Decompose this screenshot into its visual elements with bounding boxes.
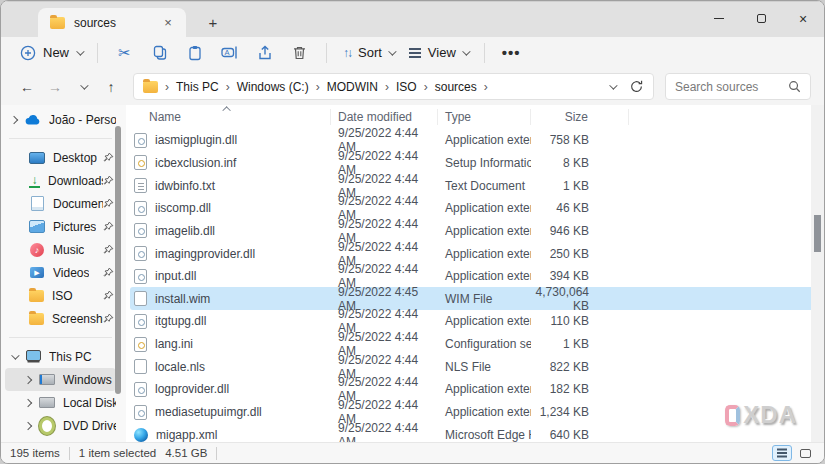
sidebar-scrollbar-thumb[interactable]	[115, 126, 121, 394]
file-row[interactable]: iiscomp.dll 9/25/2022 4:44 AM Applicatio…	[130, 197, 820, 220]
file-row[interactable]: itgtupg.dll 9/25/2022 4:44 AM Applicatio…	[130, 310, 820, 333]
sidebar-item-drive[interactable]: Local Disk (D:)	[5, 391, 116, 414]
paste-button[interactable]	[177, 41, 212, 65]
plus-circle-icon	[20, 45, 36, 61]
file-type-icon	[134, 246, 147, 261]
paste-icon	[187, 45, 203, 61]
share-button[interactable]	[247, 41, 282, 65]
search-input[interactable]	[675, 80, 788, 94]
pin-icon	[103, 175, 114, 186]
tab-close-icon[interactable]: ×	[160, 15, 176, 31]
file-row[interactable]: locale.nls 9/25/2022 4:44 AM NLS File 82…	[130, 355, 820, 378]
expander-icon[interactable]	[24, 421, 32, 429]
new-button[interactable]: New	[14, 42, 88, 64]
new-tab-button[interactable]: +	[200, 10, 226, 34]
new-button-label: New	[43, 45, 69, 60]
back-button[interactable]: ←	[14, 74, 40, 100]
up-button[interactable]: ↑	[98, 74, 124, 100]
view-button[interactable]: View	[401, 42, 475, 63]
file-type-icon	[134, 359, 147, 374]
chevron-down-icon	[462, 47, 470, 55]
forward-button[interactable]: →	[42, 74, 68, 100]
file-size: 182 KB	[531, 382, 629, 396]
tab-sources[interactable]: sources ×	[38, 8, 186, 37]
list-scrollbar-thumb[interactable]	[814, 215, 821, 252]
sidebar-item[interactable]: ISO	[5, 284, 116, 307]
file-name: logprovider.dll	[155, 382, 229, 396]
column-header-size[interactable]: Size	[531, 109, 629, 125]
file-row[interactable]: logprovider.dll 9/25/2022 4:44 AM Applic…	[130, 378, 820, 401]
file-row[interactable]: imagingprovider.dll 9/25/2022 4:44 AM Ap…	[130, 242, 820, 265]
recent-locations-button[interactable]	[70, 74, 96, 100]
view-button-label: View	[428, 45, 456, 60]
sidebar-item[interactable]: Music	[5, 238, 116, 261]
breadcrumb-item[interactable]: ISO	[396, 80, 417, 94]
sidebar-item-this-pc[interactable]: This PC	[5, 345, 116, 368]
file-name: iiscomp.dll	[155, 201, 211, 215]
sort-button[interactable]: ↑↓ Sort	[336, 42, 401, 63]
column-header-type[interactable]: Type	[438, 109, 531, 125]
disk-icon	[39, 395, 55, 411]
toolbar-divider	[326, 43, 327, 63]
sidebar-item-drive[interactable]: DVD Drive (E:)	[5, 414, 116, 437]
sidebar-item-label: DVD Drive (E:)	[63, 419, 116, 433]
pin-icon	[103, 267, 114, 278]
file-size: 4,730,064 KB	[531, 285, 629, 313]
search-box[interactable]	[665, 73, 811, 100]
sidebar-item[interactable]: Pictures	[5, 215, 116, 238]
breadcrumb-item[interactable]: sources	[435, 80, 477, 94]
rename-icon: A	[221, 45, 238, 60]
breadcrumb-item[interactable]: Windows (C:)	[237, 80, 309, 94]
file-row[interactable]: idwbinfo.txt 9/25/2022 4:44 AM Text Docu…	[130, 174, 820, 197]
sidebar-item[interactable]: Documents	[5, 192, 116, 215]
file-row[interactable]: mediasetupuimgr.dll 9/25/2022 4:44 AM Ap…	[130, 401, 820, 424]
sidebar-item-label: ISO	[52, 289, 73, 303]
pin-icon	[103, 290, 114, 301]
list-scrollbar-track[interactable]	[811, 105, 824, 442]
address-field[interactable]: › This PC › Windows (C:) › MODWIN › ISO …	[133, 73, 654, 100]
collapse-icon[interactable]	[11, 351, 19, 359]
sidebar-item-label: Desktop	[53, 151, 97, 165]
file-row[interactable]: input.dll 9/25/2022 4:44 AM Application …	[130, 265, 820, 288]
large-icons-view-button[interactable]	[795, 445, 815, 461]
file-row[interactable]: lang.ini 9/25/2022 4:44 AM Configuration…	[130, 333, 820, 356]
file-name: itgtupg.dll	[155, 314, 206, 328]
file-row[interactable]: icbexclusion.inf 9/25/2022 4:44 AM Setup…	[130, 152, 820, 175]
rename-button[interactable]: A	[212, 41, 247, 65]
file-row[interactable]: install.wim 9/25/2022 4:45 AM WIM File 4…	[130, 287, 820, 310]
address-dropdown-icon[interactable]	[609, 81, 617, 89]
file-type: Application extension	[438, 405, 531, 419]
file-row[interactable]: migapp.xml 9/25/2022 4:44 AM Microsoft E…	[130, 423, 820, 442]
details-view-button[interactable]	[772, 445, 792, 461]
sidebar-item[interactable]: Screenshots	[5, 307, 116, 330]
sidebar-item-onedrive[interactable]: João - Personal	[5, 108, 116, 131]
copy-button[interactable]	[142, 41, 177, 65]
file-rows: iasmigplugin.dll 9/25/2022 4:44 AM Appli…	[126, 127, 824, 442]
see-more-button[interactable]: •••	[494, 44, 529, 61]
video-icon	[29, 265, 45, 281]
file-row[interactable]: iasmigplugin.dll 9/25/2022 4:44 AM Appli…	[130, 129, 820, 152]
delete-button[interactable]	[282, 41, 317, 65]
sidebar-item-drive[interactable]: Windows (C:)	[5, 368, 116, 391]
sidebar-item[interactable]: Desktop	[5, 146, 116, 169]
expander-icon[interactable]	[24, 398, 32, 406]
minimize-button[interactable]	[698, 2, 740, 35]
close-button[interactable]: ×	[782, 2, 824, 35]
refresh-icon[interactable]	[629, 79, 644, 94]
column-header-date-modified[interactable]: Date modified	[331, 109, 438, 125]
sidebar-item[interactable]: ↓ Downloads	[5, 169, 116, 192]
sort-arrows-icon: ↑↓	[343, 46, 351, 60]
file-row[interactable]: imagelib.dll 9/25/2022 4:44 AM Applicati…	[130, 220, 820, 243]
file-size: 394 KB	[531, 269, 629, 283]
file-name-cell: iasmigplugin.dll	[130, 133, 331, 148]
file-name: iasmigplugin.dll	[155, 133, 237, 147]
file-name: migapp.xml	[156, 428, 217, 442]
breadcrumb-item[interactable]: This PC	[176, 80, 219, 94]
expander-icon[interactable]	[24, 375, 32, 383]
sidebar-item[interactable]: Videos	[5, 261, 116, 284]
maximize-button[interactable]	[740, 2, 782, 35]
breadcrumb-item[interactable]: MODWIN	[327, 80, 378, 94]
expander-icon[interactable]	[10, 115, 18, 123]
cut-button[interactable]: ✂	[107, 41, 142, 65]
file-size: 110 KB	[531, 314, 629, 328]
